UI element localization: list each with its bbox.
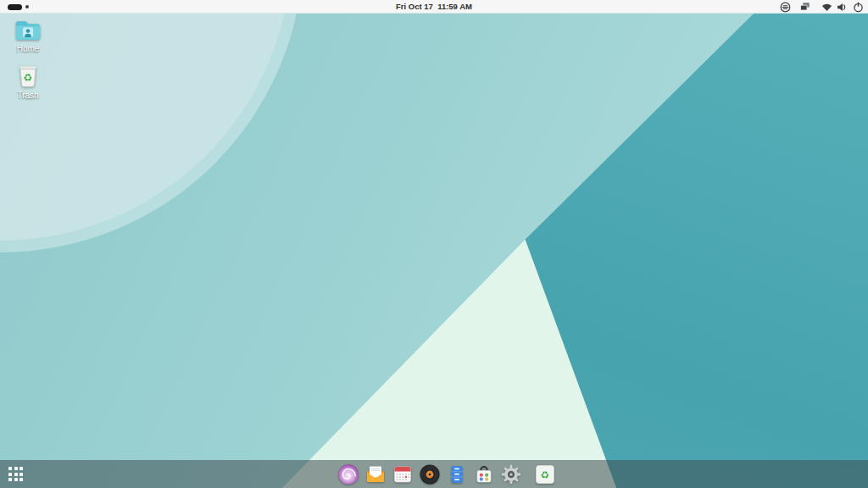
files-cabinet-icon (446, 463, 468, 485)
wallpaper (0, 0, 868, 488)
dock: ♻ (337, 460, 556, 488)
volume-icon[interactable] (837, 0, 849, 14)
spiral-browser-button[interactable] (337, 463, 359, 485)
desktop-icon-area: Home ♻ Trash (5, 17, 51, 110)
software-store-button[interactable] (473, 463, 495, 485)
calendar-button[interactable] (392, 463, 414, 485)
wifi-icon[interactable] (821, 0, 832, 14)
top-bar: Fri Oct 17 11:59 AM (0, 0, 868, 14)
settings-button[interactable] (500, 463, 522, 485)
mail-icon (364, 463, 387, 485)
desktop-icon-trash[interactable]: ♻ Trash (5, 64, 51, 100)
desktop-icon-home[interactable]: Home (5, 17, 51, 53)
music-button[interactable] (419, 463, 441, 485)
settings-gear-icon (500, 463, 522, 485)
desktop-icon-label: Home (17, 44, 40, 53)
spiral-browser-icon (337, 463, 359, 485)
music-vinyl-icon (419, 463, 441, 485)
dock-trash-button[interactable]: ♻ (534, 463, 556, 485)
calendar-icon (392, 463, 414, 485)
taskbar: ♻ (0, 460, 868, 488)
trash-icon: ♻ (534, 463, 556, 485)
clock-menu[interactable]: Fri Oct 17 11:59 AM (0, 0, 868, 14)
mail-button[interactable] (364, 463, 387, 485)
screencast-indicator-icon[interactable] (780, 0, 791, 14)
svg-text:♻: ♻ (541, 469, 550, 480)
desktop-root: Fri Oct 17 11:59 AM (0, 0, 868, 488)
app-grid-button[interactable] (8, 467, 23, 481)
trash-basket-icon: ♻ (14, 64, 42, 89)
window-stack-indicator-icon[interactable] (799, 0, 810, 14)
system-tray (780, 0, 864, 14)
power-icon[interactable] (853, 0, 864, 14)
software-store-icon (473, 463, 495, 485)
home-folder-icon (14, 17, 42, 42)
svg-text:♻: ♻ (24, 72, 33, 84)
desktop-icon-label: Trash (17, 91, 38, 100)
files-button[interactable] (446, 463, 468, 485)
